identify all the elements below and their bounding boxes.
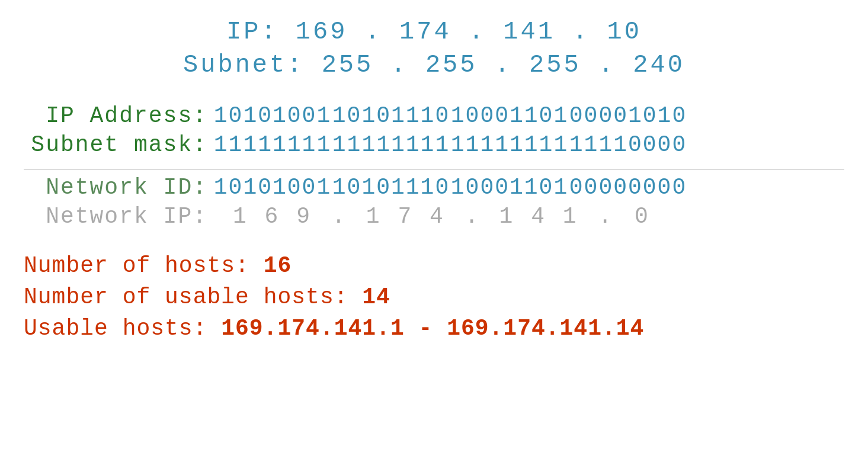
ip-address-row: IP Address: 10101001 10101110 10001101 0… <box>24 103 844 129</box>
network-id-octet-1: 10101001 <box>213 175 332 200</box>
network-id-label: Network ID: <box>24 175 213 200</box>
binary-section: IP Address: 10101001 10101110 10001101 0… <box>24 103 844 158</box>
ip-decimal-line: IP: 169 . 174 . 141 . 10 <box>24 18 844 46</box>
network-id-octet-3: 10001101 <box>450 175 569 200</box>
usable-range-line: Usable hosts: 169.174.141.1 - 169.174.14… <box>24 316 844 341</box>
num-hosts-label: Number of hosts: <box>24 253 264 278</box>
num-hosts-value: 16 <box>264 253 292 278</box>
network-ip-row: Network IP: 1 6 9 . 1 7 4 . 1 4 1 . 0 <box>24 204 844 229</box>
network-id-octet-4: 00000000 <box>569 175 687 200</box>
usable-hosts-label: Number of usable hosts: <box>24 284 362 310</box>
subnet-decimal-line: Subnet: 255 . 255 . 255 . 240 <box>24 51 844 79</box>
num-hosts-line: Number of hosts: 16 <box>24 253 844 278</box>
subnet-octet-2: 11111111 <box>332 132 450 158</box>
subnet-octet-3: 11111111 <box>450 132 569 158</box>
ip-octet-4: 00001010 <box>569 103 687 129</box>
usable-range-value: 169.174.141.1 - 169.174.141.14 <box>221 316 644 341</box>
subnet-octet-1: 11111111 <box>213 132 332 158</box>
network-id-row: Network ID: 10101001 10101110 10001101 0… <box>24 175 844 200</box>
divider-line <box>24 169 844 170</box>
usable-hosts-value: 14 <box>362 284 390 310</box>
ip-octet-3: 10001101 <box>450 103 569 129</box>
usable-range-label: Usable hosts: <box>24 316 221 341</box>
top-section: IP: 169 . 174 . 141 . 10 Subnet: 255 . 2… <box>24 18 844 79</box>
subnet-octet-4: 11110000 <box>569 132 687 158</box>
network-section: Network ID: 10101001 10101110 10001101 0… <box>24 175 844 229</box>
ip-octet-1: 10101001 <box>213 103 332 129</box>
network-ip-octet-2: 1 7 4 <box>347 204 465 229</box>
network-id-octet-2: 10101110 <box>332 175 450 200</box>
ip-address-label: IP Address: <box>24 103 213 129</box>
network-ip-label: Network IP: <box>24 204 213 229</box>
network-ip-octet-4: 0 <box>613 204 672 229</box>
usable-hosts-line: Number of usable hosts: 14 <box>24 284 844 310</box>
network-ip-octet-3: 1 4 1 <box>480 204 598 229</box>
network-ip-octet-1: 1 6 9 <box>213 204 332 229</box>
subnet-mask-label: Subnet mask: <box>24 132 213 158</box>
hosts-section: Number of hosts: 16 Number of usable hos… <box>24 253 844 341</box>
subnet-mask-row: Subnet mask: 11111111 11111111 11111111 … <box>24 132 844 158</box>
ip-octet-2: 10101110 <box>332 103 450 129</box>
